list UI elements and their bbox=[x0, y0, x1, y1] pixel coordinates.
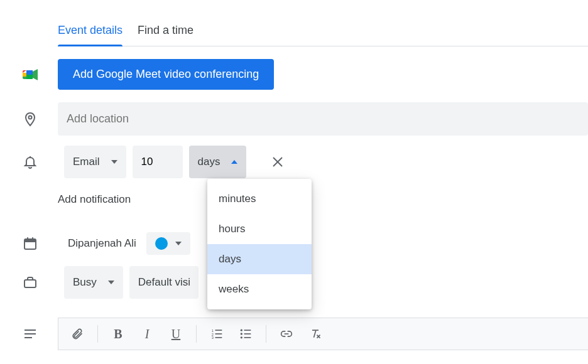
svg-rect-19 bbox=[24, 337, 32, 338]
add-google-meet-button[interactable]: Add Google Meet video conferencing bbox=[58, 59, 274, 90]
google-meet-icon bbox=[23, 68, 39, 82]
underline-icon: U bbox=[172, 327, 180, 341]
briefcase-icon bbox=[23, 275, 38, 290]
italic-icon: I bbox=[145, 327, 150, 341]
numbered-list-icon: 1 2 3 bbox=[210, 328, 223, 340]
svg-rect-23 bbox=[215, 329, 222, 331]
chevron-down-icon bbox=[175, 242, 182, 245]
availability-dropdown[interactable]: Busy bbox=[64, 266, 123, 299]
notification-unit-label: days bbox=[198, 156, 220, 168]
svg-point-28 bbox=[241, 336, 242, 338]
tab-find-a-time[interactable]: Find a time bbox=[138, 19, 193, 46]
calendar-owner-label: Dipanjenah Ali bbox=[68, 237, 136, 250]
visibility-dropdown[interactable]: Default visi bbox=[129, 266, 199, 299]
italic-button[interactable]: I bbox=[134, 321, 160, 346]
chevron-up-icon bbox=[231, 160, 237, 164]
svg-marker-5 bbox=[33, 69, 38, 80]
svg-rect-29 bbox=[244, 329, 251, 331]
svg-rect-15 bbox=[32, 237, 33, 240]
svg-rect-30 bbox=[244, 333, 251, 335]
notification-method-label: Email bbox=[73, 156, 100, 168]
svg-rect-18 bbox=[24, 333, 36, 335]
svg-rect-17 bbox=[24, 329, 36, 331]
location-icon bbox=[23, 112, 38, 127]
link-button[interactable] bbox=[274, 321, 299, 346]
link-icon bbox=[280, 328, 293, 340]
add-notification-link[interactable]: Add notification bbox=[58, 190, 131, 210]
unit-option-hours[interactable]: hours bbox=[207, 214, 312, 244]
notification-method-dropdown[interactable]: Email bbox=[64, 146, 126, 178]
notification-unit-menu: minutes hours days weeks bbox=[207, 179, 312, 309]
svg-rect-24 bbox=[215, 333, 222, 335]
availability-label: Busy bbox=[73, 276, 97, 289]
chevron-down-icon bbox=[108, 281, 114, 284]
svg-rect-6 bbox=[26, 70, 33, 75]
visibility-label: Default visi bbox=[138, 276, 190, 289]
svg-rect-31 bbox=[244, 337, 251, 338]
bell-icon bbox=[23, 154, 38, 169]
svg-rect-16 bbox=[24, 280, 36, 287]
bulleted-list-icon bbox=[239, 328, 252, 340]
color-swatch bbox=[155, 237, 168, 250]
description-toolbar: B I U 1 2 3 bbox=[58, 318, 588, 350]
description-icon bbox=[23, 326, 38, 341]
calendar-icon bbox=[23, 236, 38, 251]
svg-rect-13 bbox=[24, 239, 36, 242]
svg-rect-1 bbox=[23, 73, 26, 77]
unit-option-minutes[interactable]: minutes bbox=[207, 184, 312, 214]
numbered-list-button[interactable]: 1 2 3 bbox=[204, 321, 229, 346]
svg-rect-7 bbox=[26, 75, 33, 79]
paperclip-icon bbox=[71, 328, 84, 340]
svg-rect-25 bbox=[215, 337, 222, 338]
tabs: Event details Find a time bbox=[58, 19, 588, 46]
unit-option-weeks[interactable]: weeks bbox=[207, 274, 312, 304]
svg-rect-14 bbox=[27, 237, 28, 240]
svg-point-26 bbox=[241, 329, 242, 331]
chevron-down-icon bbox=[111, 160, 117, 164]
underline-button[interactable]: U bbox=[163, 321, 188, 346]
unit-option-days[interactable]: days bbox=[207, 244, 312, 274]
notification-unit-dropdown[interactable]: days bbox=[189, 146, 247, 178]
clear-formatting-button[interactable] bbox=[303, 321, 328, 346]
bulleted-list-button[interactable] bbox=[233, 321, 258, 346]
svg-point-27 bbox=[241, 333, 242, 335]
close-icon bbox=[271, 156, 284, 168]
attach-button[interactable] bbox=[65, 321, 90, 346]
clear-formatting-icon bbox=[309, 328, 322, 340]
location-input[interactable] bbox=[58, 102, 588, 136]
remove-notification-button[interactable] bbox=[265, 149, 290, 174]
notification-value-input[interactable] bbox=[133, 146, 183, 178]
svg-text:3: 3 bbox=[212, 336, 214, 340]
bold-icon: B bbox=[114, 327, 122, 341]
svg-point-8 bbox=[29, 115, 32, 119]
bold-button[interactable]: B bbox=[106, 321, 131, 346]
tab-event-details[interactable]: Event details bbox=[58, 19, 122, 46]
event-color-dropdown[interactable] bbox=[146, 232, 190, 255]
